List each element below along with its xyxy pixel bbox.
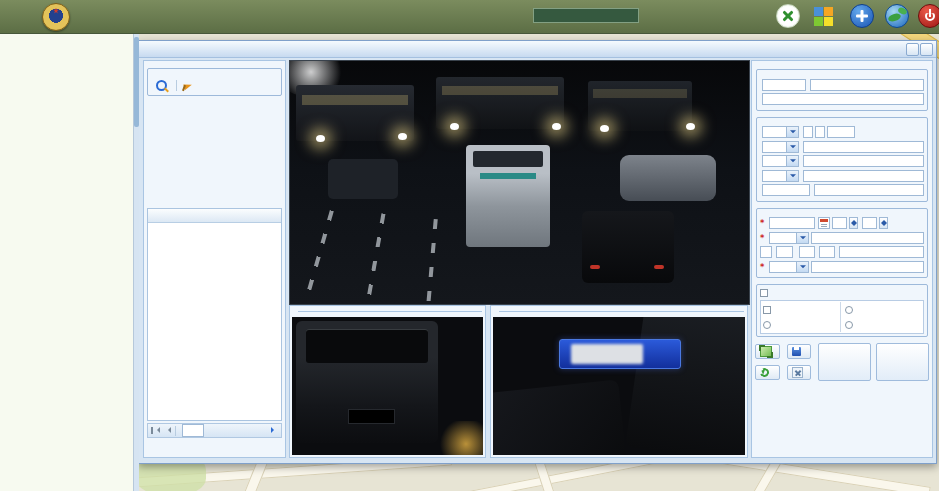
vehicle-shape — [436, 77, 564, 129]
globe-icon[interactable] — [885, 4, 909, 28]
inspection-input[interactable] — [803, 155, 924, 167]
delete-record-checkbox[interactable] — [760, 289, 768, 297]
phone-input[interactable] — [814, 184, 924, 196]
vehicle-status-select[interactable] — [762, 170, 799, 182]
vehicle-shape — [620, 155, 716, 201]
measured-value-input[interactable] — [819, 246, 835, 258]
apps-grid-icon[interactable] — [813, 6, 834, 27]
fake-plate-checkbox[interactable] — [763, 306, 771, 314]
delete-record-fieldset — [756, 284, 928, 337]
multi-upload-option[interactable] — [763, 317, 840, 332]
clear-button[interactable] — [183, 81, 196, 91]
standard-value-input[interactable] — [799, 246, 815, 258]
insurance-input[interactable] — [803, 170, 924, 182]
next-page-icon[interactable] — [269, 426, 278, 435]
window-close-icon[interactable] — [920, 43, 933, 56]
single-upload-option[interactable] — [840, 317, 921, 332]
save-button[interactable] — [787, 344, 811, 359]
junction-type-input[interactable] — [810, 79, 924, 91]
points-input[interactable] — [760, 246, 772, 258]
evidence-device-fieldset — [756, 69, 928, 111]
bus-shape — [466, 145, 550, 247]
snapshot-button[interactable] — [755, 344, 780, 359]
device-no-input[interactable] — [762, 79, 806, 91]
previous-page-icon[interactable] — [163, 426, 172, 435]
single-upload-radio[interactable] — [845, 321, 853, 329]
plate-province-input[interactable] — [803, 126, 813, 138]
plate-letter-input[interactable] — [815, 126, 825, 138]
zoomed-image-label — [290, 306, 485, 317]
body-color-select[interactable] — [762, 155, 799, 167]
lane-marking — [367, 213, 386, 298]
divider — [175, 426, 176, 436]
behavior-code-select[interactable] — [769, 232, 809, 244]
query-button[interactable] — [156, 80, 170, 91]
refresh-button[interactable] — [755, 365, 780, 380]
violation-minute-input[interactable] — [862, 217, 877, 229]
brand-model-input[interactable] — [762, 184, 810, 196]
required-mark: * — [760, 233, 764, 243]
install-location-input[interactable] — [762, 93, 924, 105]
fine-input[interactable] — [776, 246, 793, 258]
recycle-icon[interactable] — [776, 4, 800, 28]
clear-icon — [183, 81, 193, 91]
vehicle-type-select[interactable] — [762, 126, 799, 138]
sidebar-scrollbar[interactable] — [133, 33, 139, 491]
headlight-glow — [552, 123, 561, 130]
sidebar — [0, 33, 134, 491]
first-page-icon[interactable] — [151, 426, 160, 435]
vehicle-shape — [296, 85, 414, 141]
window-collapse-icon[interactable] — [906, 43, 919, 56]
hour-spinner[interactable] — [849, 217, 858, 229]
page-number-input[interactable] — [182, 424, 204, 437]
overspeed-input[interactable] — [839, 246, 924, 258]
required-mark: * — [760, 218, 764, 228]
violation-hour-input[interactable] — [832, 217, 847, 229]
plate-number-input[interactable] — [827, 126, 855, 138]
chevron-down-icon — [796, 233, 808, 243]
multi-upload-radio[interactable] — [763, 321, 771, 329]
junction-info-fieldset — [147, 68, 282, 96]
window-titlebar[interactable] — [139, 41, 936, 58]
lane-marking — [426, 219, 437, 305]
address-code-select[interactable] — [769, 261, 809, 273]
invalid-data-button[interactable] — [818, 343, 871, 381]
query-toolbar — [151, 77, 278, 94]
global-search-input[interactable] — [533, 8, 639, 23]
zoomed-vehicle-image[interactable] — [292, 317, 483, 455]
behavior-desc-input[interactable] — [811, 232, 924, 244]
action-buttons — [755, 343, 929, 381]
fake-plate-option[interactable] — [763, 302, 840, 317]
crop-icon — [760, 346, 772, 357]
composite-option[interactable] — [840, 302, 921, 317]
power-icon[interactable] — [918, 4, 939, 28]
plate-type-select[interactable] — [762, 141, 799, 153]
composite-radio[interactable] — [845, 306, 853, 314]
police-badge-logo — [42, 3, 70, 31]
chevron-down-icon — [786, 142, 798, 152]
approve-button[interactable] — [876, 343, 929, 381]
add-icon[interactable] — [850, 4, 874, 28]
lane-marking — [306, 210, 334, 294]
headlight-glow — [686, 123, 695, 130]
data-review-window: * * — [138, 40, 937, 464]
calendar-icon[interactable] — [818, 217, 830, 229]
plate-blur-mask — [571, 344, 643, 364]
close-button[interactable] — [787, 365, 811, 380]
owner-name-input[interactable] — [803, 141, 924, 153]
minute-spinner[interactable] — [879, 217, 888, 229]
scrollbar-thumb[interactable] — [134, 37, 139, 127]
address-input[interactable] — [811, 261, 924, 273]
select-value — [763, 127, 786, 137]
snapshot-image[interactable] — [493, 317, 745, 455]
details-panel: * * — [751, 60, 933, 458]
required-mark: * — [760, 262, 764, 272]
select-value — [763, 171, 786, 181]
surveillance-video[interactable] — [289, 60, 750, 305]
search-icon — [156, 80, 167, 91]
violation-records-table — [147, 208, 282, 421]
divider — [176, 80, 177, 91]
pagination-bar — [147, 423, 282, 438]
save-disk-icon — [792, 347, 801, 356]
violation-date-input[interactable] — [769, 217, 815, 229]
